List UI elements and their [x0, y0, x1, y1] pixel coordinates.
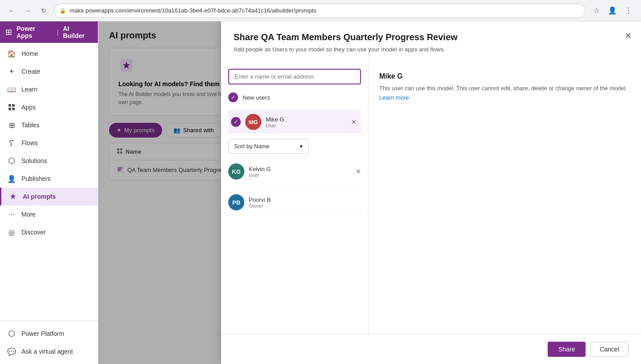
modal-overlay: Share QA Team Members Quarterly Progress… [98, 21, 641, 364]
sidebar-item-tables-label: Tables [21, 121, 39, 129]
poorvi-name: Poorvi B [249, 197, 361, 203]
sidebar-item-ask-agent[interactable]: 💬 Ask a virtual agent [0, 343, 98, 360]
sidebar-item-home[interactable]: 🏠 Home [0, 45, 98, 63]
sidebar-item-power-platform-label: Power Platform [21, 330, 64, 337]
sidebar-item-create[interactable]: + Create [0, 63, 98, 80]
mike-g-name: Mike G [266, 116, 345, 123]
lock-icon: 🔒 [59, 8, 66, 14]
svg-rect-3 [12, 108, 15, 110]
share-panel-close-button[interactable]: ✕ [624, 30, 632, 41]
new-users-label: New users [243, 94, 270, 101]
ai-prompts-icon [8, 192, 17, 201]
share-panel-footer: Share Cancel [221, 334, 641, 364]
sidebar-item-tables[interactable]: ⊞ Tables [0, 116, 98, 134]
bookmark-button[interactable]: ☆ [589, 4, 603, 18]
mike-g-role: User [266, 123, 345, 128]
share-button[interactable]: Share [548, 342, 586, 357]
user-list-item-poorvi[interactable]: PB Poorvi B Owner [228, 190, 361, 215]
share-panel-body: ✓ New users ✓ MG Mike G User [221, 62, 641, 334]
svg-rect-2 [8, 108, 11, 110]
share-right: Mike G This user can use this model. Thi… [369, 62, 641, 334]
app-name: Power Apps [17, 25, 52, 39]
sidebar-item-publishers[interactable]: 👤 Publishers [0, 170, 98, 188]
sidebar-item-discover[interactable]: ◎ Discover [0, 223, 98, 241]
share-panel-subtitle: Add people as Users to your model so the… [234, 46, 628, 53]
sidebar-item-apps[interactable]: Apps [0, 98, 98, 116]
sidebar-item-publishers-label: Publishers [21, 175, 50, 182]
right-panel-description: This user can use this model. This user … [379, 84, 630, 103]
right-panel-desc-text: This user can use this model. This user … [379, 85, 627, 92]
sidebar-item-ai-prompts-label: AI prompts [23, 193, 56, 200]
poorvi-avatar: PB [228, 194, 244, 210]
cancel-button[interactable]: Cancel [590, 342, 628, 357]
email-input[interactable] [228, 69, 361, 84]
flows-icon [7, 138, 16, 147]
profile-button[interactable]: 👤 [605, 4, 620, 18]
poorvi-role: Owner [249, 203, 361, 209]
create-icon: + [7, 67, 16, 76]
chevron-down-icon: ▾ [300, 143, 303, 150]
selected-user-mike-g[interactable]: ✓ MG Mike G User ✕ [228, 110, 361, 134]
kelvin-info: Kelvin G User [249, 166, 351, 178]
kelvin-initials: KG [232, 168, 241, 175]
sidebar: ⊞ Power Apps | AI Builder 🏠 Home + Creat… [0, 21, 98, 364]
ask-agent-icon: 💬 [7, 347, 16, 356]
sidebar-item-learn[interactable]: 📖 Learn [0, 80, 98, 98]
url-text: make.powerapps.com/environment/10a161ab-… [70, 7, 580, 14]
share-panel-header: Share QA Team Members Quarterly Progress… [221, 21, 641, 62]
sidebar-item-power-platform[interactable]: Power Platform [0, 325, 98, 343]
sidebar-item-solutions-label: Solutions [21, 157, 47, 164]
sort-dropdown[interactable]: Sort by Name ▾ [228, 139, 309, 154]
section-name: AI Builder [63, 25, 92, 39]
sidebar-item-create-label: Create [21, 68, 40, 75]
app-container: ⊞ Power Apps | AI Builder 🏠 Home + Creat… [0, 21, 641, 364]
sidebar-item-discover-label: Discover [21, 229, 46, 236]
back-button[interactable]: ← [5, 4, 18, 17]
browser-chrome: ← → ↻ 🔒 make.powerapps.com/environment/1… [0, 0, 641, 21]
grid-icon: ⊞ [5, 27, 12, 37]
kelvin-avatar: KG [228, 163, 244, 180]
learn-more-link[interactable]: Learn more [379, 94, 409, 101]
menu-button[interactable]: ⋮ [621, 4, 636, 18]
refresh-button[interactable]: ↻ [38, 4, 50, 17]
user-list-item-kelvin[interactable]: KG Kelvin G User ✕ [228, 159, 361, 184]
poorvi-initials: PB [232, 199, 240, 206]
sidebar-item-ai-prompts[interactable]: AI prompts [0, 188, 98, 205]
mike-g-initials: MG [249, 119, 258, 126]
svg-rect-0 [8, 104, 11, 107]
sidebar-item-solutions[interactable]: Solutions [0, 152, 98, 170]
mike-g-remove-button[interactable]: ✕ [349, 117, 358, 127]
sidebar-header: ⊞ Power Apps | AI Builder [0, 21, 98, 43]
kelvin-remove-button[interactable]: ✕ [356, 168, 361, 175]
svg-rect-1 [12, 104, 15, 107]
main-content: AI prompts ✕ Looking for AI models? Find… [98, 21, 641, 364]
browser-actions: ☆ 👤 ⋮ [589, 4, 636, 18]
sidebar-nav: 🏠 Home + Create 📖 Learn Apps ⊞ Tables [0, 43, 98, 321]
poorvi-info: Poorvi B Owner [249, 197, 361, 209]
more-icon: ··· [7, 210, 16, 219]
share-left: ✓ New users ✓ MG Mike G User [221, 62, 369, 334]
mike-g-avatar: MG [245, 114, 261, 130]
learn-icon: 📖 [7, 85, 16, 94]
discover-icon: ◎ [7, 228, 16, 237]
publishers-icon: 👤 [7, 174, 16, 183]
new-users-row: ✓ New users [228, 90, 361, 105]
sidebar-item-home-label: Home [21, 50, 38, 57]
kelvin-name: Kelvin G [249, 166, 351, 172]
sidebar-item-learn-label: Learn [21, 86, 38, 93]
tables-icon: ⊞ [7, 121, 16, 130]
kelvin-role: User [249, 172, 351, 178]
mike-g-info: Mike G User [266, 116, 345, 128]
sidebar-item-more[interactable]: ··· More [0, 205, 98, 223]
url-bar[interactable]: 🔒 make.powerapps.com/environment/10a161a… [54, 4, 586, 18]
mike-g-check: ✓ [231, 117, 241, 127]
forward-button[interactable]: → [21, 4, 34, 17]
new-users-check: ✓ [228, 92, 238, 102]
sort-label: Sort by Name [234, 143, 269, 150]
power-platform-icon [7, 329, 16, 338]
sidebar-footer: Power Platform 💬 Ask a virtual agent [0, 321, 98, 364]
sidebar-item-more-label: More [21, 211, 36, 218]
right-panel-username: Mike G [379, 72, 630, 80]
sidebar-item-flows[interactable]: Flows [0, 134, 98, 152]
home-icon: 🏠 [7, 49, 16, 58]
